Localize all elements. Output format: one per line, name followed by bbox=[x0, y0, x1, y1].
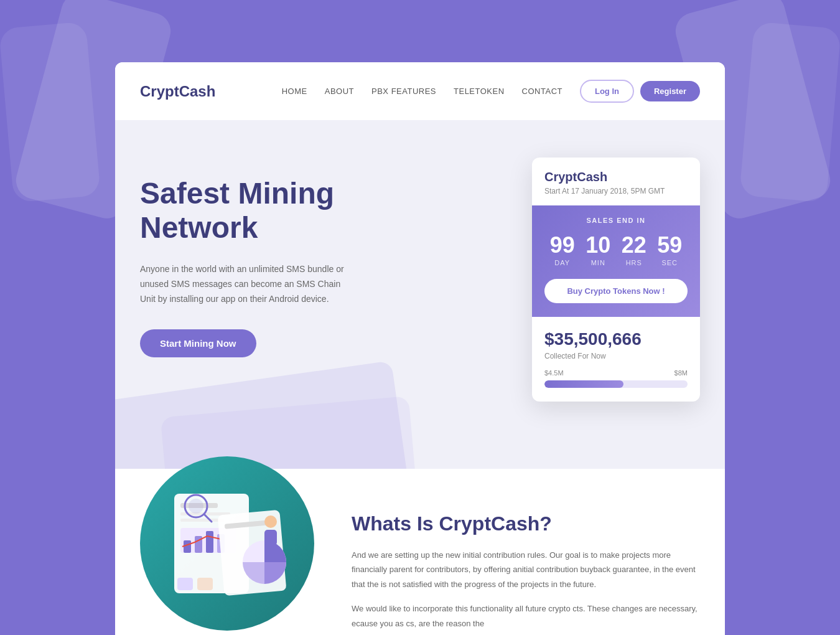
nav-pbx-features[interactable]: PBX FEATURES bbox=[371, 87, 436, 96]
hero-section: Safest Mining Network Anyone in the worl… bbox=[115, 120, 725, 469]
progress-min-label: $4.5M bbox=[544, 369, 564, 377]
register-button[interactable]: Register bbox=[640, 81, 700, 101]
crypto-card: CryptCash Start At 17 January 2018, 5PM … bbox=[532, 158, 700, 402]
collected-label: Collected For Now bbox=[544, 352, 688, 360]
svg-rect-5 bbox=[184, 540, 191, 553]
progress-bar-wrapper bbox=[544, 380, 688, 388]
collected-amount: $35,500,666 bbox=[544, 329, 688, 349]
hero-description: Anyone in the world with an unlimited SM… bbox=[140, 262, 352, 306]
countdown-sec-unit: SEC bbox=[657, 259, 682, 266]
countdown-min-value: 10 bbox=[586, 234, 610, 256]
countdown-sec: 59 SEC bbox=[657, 234, 682, 266]
buy-tokens-button[interactable]: Buy Crypto Tokens Now ! bbox=[544, 279, 688, 303]
progress-labels: $4.5M $8M bbox=[544, 369, 688, 377]
countdown-day-value: 99 bbox=[550, 234, 575, 256]
navbar: CryptCash HOME ABOUT PBX FEATURES TELETO… bbox=[115, 62, 725, 120]
about-title: Whats Is CryptCash? bbox=[352, 512, 700, 535]
countdown-hrs-unit: HRS bbox=[622, 259, 646, 266]
countdown-min-unit: MIN bbox=[586, 259, 610, 266]
card-title: CryptCash bbox=[544, 170, 688, 184]
about-content: Whats Is CryptCash? And we are setting u… bbox=[352, 506, 700, 635]
progress-max-label: $8M bbox=[674, 369, 688, 377]
svg-rect-18 bbox=[264, 530, 277, 545]
hero-title: Safest Mining Network bbox=[140, 176, 507, 245]
illustration-circle bbox=[140, 456, 314, 631]
svg-rect-16 bbox=[197, 578, 213, 590]
countdown-hrs-value: 22 bbox=[622, 234, 646, 256]
nav-contact[interactable]: CONTACT bbox=[522, 87, 562, 96]
countdown-grid: 99 DAY 10 MIN 22 HRS bbox=[544, 234, 688, 266]
bottom-section: Whats Is CryptCash? And we are setting u… bbox=[115, 469, 725, 635]
countdown-min: 10 MIN bbox=[586, 234, 610, 266]
about-para2: We would like to incorporate this functi… bbox=[352, 601, 700, 631]
collected-section: $35,500,666 Collected For Now $4.5M $8M bbox=[532, 317, 700, 402]
hero-right: CryptCash Start At 17 January 2018, 5PM … bbox=[532, 158, 700, 444]
nav-links: HOME ABOUT PBX FEATURES TELETOKEN CONTAC… bbox=[282, 87, 562, 96]
svg-rect-3 bbox=[180, 519, 224, 522]
countdown-day: 99 DAY bbox=[550, 234, 575, 266]
progress-bar-fill bbox=[544, 380, 623, 388]
nav-about[interactable]: ABOUT bbox=[325, 87, 354, 96]
sales-label: SALES END IN bbox=[544, 217, 688, 224]
bg-shape-4 bbox=[739, 21, 840, 202]
nav-home[interactable]: HOME bbox=[282, 87, 307, 96]
hero-content: Safest Mining Network Anyone in the worl… bbox=[140, 158, 700, 444]
start-mining-button[interactable]: Start Mining Now bbox=[140, 329, 256, 357]
illustration-inner bbox=[140, 456, 314, 631]
svg-rect-15 bbox=[177, 578, 193, 590]
about-para1: And we are setting up the new initial co… bbox=[352, 548, 700, 591]
svg-rect-7 bbox=[206, 531, 213, 553]
logo: CryptCash bbox=[140, 83, 282, 100]
svg-point-13 bbox=[189, 499, 203, 514]
hero-left: Safest Mining Network Anyone in the worl… bbox=[140, 158, 507, 444]
countdown-section: SALES END IN 99 DAY 10 MIN 22 bbox=[532, 205, 700, 317]
nav-teletoken[interactable]: TELETOKEN bbox=[454, 87, 505, 96]
main-card: CryptCash HOME ABOUT PBX FEATURES TELETO… bbox=[115, 62, 725, 635]
crypto-card-header: CryptCash Start At 17 January 2018, 5PM … bbox=[532, 158, 700, 205]
countdown-hrs: 22 HRS bbox=[622, 234, 646, 266]
card-subtitle: Start At 17 January 2018, 5PM GMT bbox=[544, 187, 688, 195]
login-button[interactable]: Log In bbox=[580, 80, 634, 103]
countdown-sec-value: 59 bbox=[657, 234, 682, 256]
svg-point-17 bbox=[264, 515, 277, 528]
bg-shape-2 bbox=[0, 21, 101, 202]
countdown-day-unit: DAY bbox=[550, 259, 575, 266]
